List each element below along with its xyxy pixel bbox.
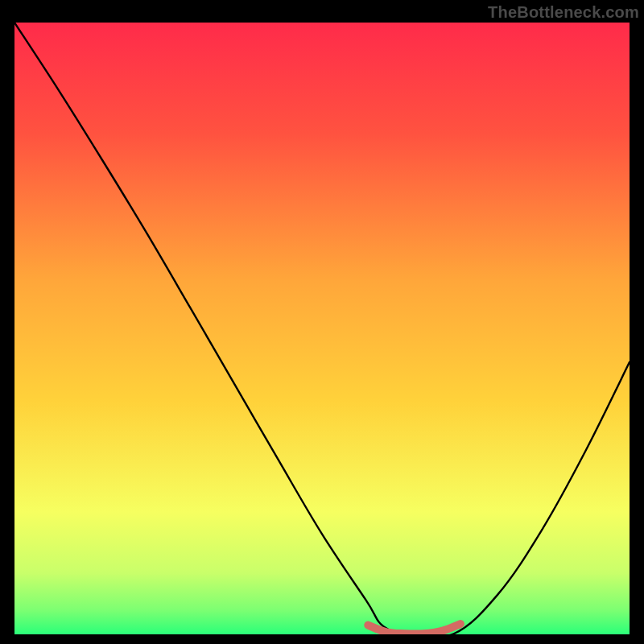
plot-area (14, 23, 630, 634)
chart-svg (14, 23, 630, 634)
watermark-text: TheBottleneck.com (488, 3, 639, 22)
chart-frame: TheBottleneck.com (0, 0, 644, 644)
gradient-background (14, 23, 630, 634)
